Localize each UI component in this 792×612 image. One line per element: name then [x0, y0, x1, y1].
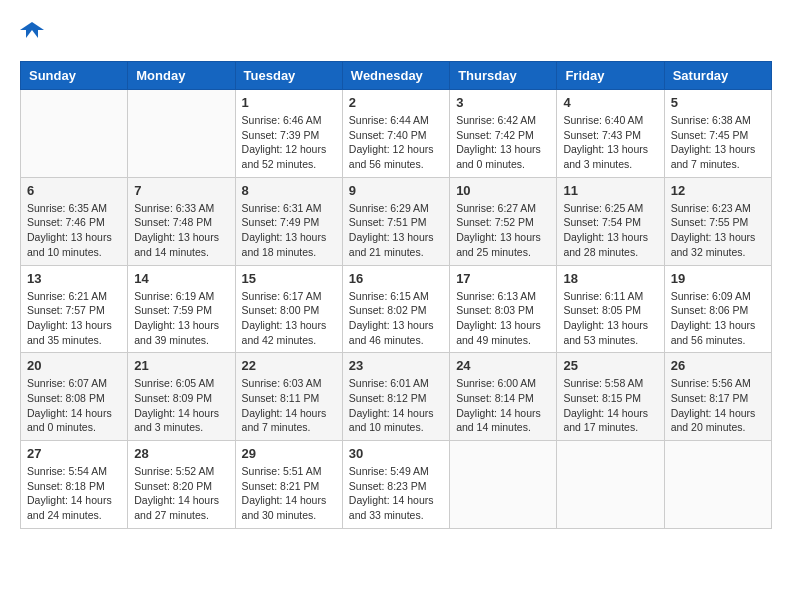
- day-info: Sunrise: 6:09 AM Sunset: 8:06 PM Dayligh…: [671, 289, 765, 348]
- calendar-cell: 7Sunrise: 6:33 AM Sunset: 7:48 PM Daylig…: [128, 177, 235, 265]
- calendar-week-row: 1Sunrise: 6:46 AM Sunset: 7:39 PM Daylig…: [21, 90, 772, 178]
- logo: [20, 20, 44, 45]
- day-info: Sunrise: 6:07 AM Sunset: 8:08 PM Dayligh…: [27, 376, 121, 435]
- day-info: Sunrise: 5:52 AM Sunset: 8:20 PM Dayligh…: [134, 464, 228, 523]
- calendar-cell: 15Sunrise: 6:17 AM Sunset: 8:00 PM Dayli…: [235, 265, 342, 353]
- weekday-header-wednesday: Wednesday: [342, 62, 449, 90]
- calendar-cell: [557, 441, 664, 529]
- day-number: 14: [134, 271, 228, 286]
- calendar-cell: 2Sunrise: 6:44 AM Sunset: 7:40 PM Daylig…: [342, 90, 449, 178]
- day-info: Sunrise: 5:51 AM Sunset: 8:21 PM Dayligh…: [242, 464, 336, 523]
- day-number: 12: [671, 183, 765, 198]
- day-info: Sunrise: 6:33 AM Sunset: 7:48 PM Dayligh…: [134, 201, 228, 260]
- calendar-cell: [21, 90, 128, 178]
- day-info: Sunrise: 6:15 AM Sunset: 8:02 PM Dayligh…: [349, 289, 443, 348]
- weekday-header-row: SundayMondayTuesdayWednesdayThursdayFrid…: [21, 62, 772, 90]
- calendar-cell: 4Sunrise: 6:40 AM Sunset: 7:43 PM Daylig…: [557, 90, 664, 178]
- calendar-cell: [450, 441, 557, 529]
- day-info: Sunrise: 6:01 AM Sunset: 8:12 PM Dayligh…: [349, 376, 443, 435]
- day-info: Sunrise: 6:38 AM Sunset: 7:45 PM Dayligh…: [671, 113, 765, 172]
- weekday-header-monday: Monday: [128, 62, 235, 90]
- day-info: Sunrise: 5:56 AM Sunset: 8:17 PM Dayligh…: [671, 376, 765, 435]
- calendar-cell: 10Sunrise: 6:27 AM Sunset: 7:52 PM Dayli…: [450, 177, 557, 265]
- calendar-cell: 19Sunrise: 6:09 AM Sunset: 8:06 PM Dayli…: [664, 265, 771, 353]
- day-info: Sunrise: 6:25 AM Sunset: 7:54 PM Dayligh…: [563, 201, 657, 260]
- logo-text: [20, 20, 44, 45]
- svg-marker-0: [20, 22, 44, 38]
- day-number: 15: [242, 271, 336, 286]
- calendar-cell: 14Sunrise: 6:19 AM Sunset: 7:59 PM Dayli…: [128, 265, 235, 353]
- day-number: 25: [563, 358, 657, 373]
- day-number: 5: [671, 95, 765, 110]
- day-info: Sunrise: 6:42 AM Sunset: 7:42 PM Dayligh…: [456, 113, 550, 172]
- weekday-header-friday: Friday: [557, 62, 664, 90]
- calendar-cell: 30Sunrise: 5:49 AM Sunset: 8:23 PM Dayli…: [342, 441, 449, 529]
- day-number: 24: [456, 358, 550, 373]
- day-number: 7: [134, 183, 228, 198]
- day-info: Sunrise: 6:29 AM Sunset: 7:51 PM Dayligh…: [349, 201, 443, 260]
- calendar-cell: 25Sunrise: 5:58 AM Sunset: 8:15 PM Dayli…: [557, 353, 664, 441]
- day-number: 3: [456, 95, 550, 110]
- day-info: Sunrise: 6:13 AM Sunset: 8:03 PM Dayligh…: [456, 289, 550, 348]
- calendar-cell: 29Sunrise: 5:51 AM Sunset: 8:21 PM Dayli…: [235, 441, 342, 529]
- day-number: 27: [27, 446, 121, 461]
- day-number: 18: [563, 271, 657, 286]
- calendar-cell: 16Sunrise: 6:15 AM Sunset: 8:02 PM Dayli…: [342, 265, 449, 353]
- calendar-cell: 18Sunrise: 6:11 AM Sunset: 8:05 PM Dayli…: [557, 265, 664, 353]
- calendar-cell: 17Sunrise: 6:13 AM Sunset: 8:03 PM Dayli…: [450, 265, 557, 353]
- calendar-week-row: 27Sunrise: 5:54 AM Sunset: 8:18 PM Dayli…: [21, 441, 772, 529]
- day-number: 21: [134, 358, 228, 373]
- day-number: 16: [349, 271, 443, 286]
- weekday-header-sunday: Sunday: [21, 62, 128, 90]
- calendar-cell: 3Sunrise: 6:42 AM Sunset: 7:42 PM Daylig…: [450, 90, 557, 178]
- day-info: Sunrise: 6:11 AM Sunset: 8:05 PM Dayligh…: [563, 289, 657, 348]
- day-number: 13: [27, 271, 121, 286]
- calendar-cell: 23Sunrise: 6:01 AM Sunset: 8:12 PM Dayli…: [342, 353, 449, 441]
- day-number: 23: [349, 358, 443, 373]
- calendar-cell: 9Sunrise: 6:29 AM Sunset: 7:51 PM Daylig…: [342, 177, 449, 265]
- day-info: Sunrise: 6:17 AM Sunset: 8:00 PM Dayligh…: [242, 289, 336, 348]
- page-header: [20, 20, 772, 45]
- logo-bird-icon: [20, 20, 44, 40]
- day-number: 19: [671, 271, 765, 286]
- day-number: 26: [671, 358, 765, 373]
- day-info: Sunrise: 6:31 AM Sunset: 7:49 PM Dayligh…: [242, 201, 336, 260]
- day-info: Sunrise: 6:23 AM Sunset: 7:55 PM Dayligh…: [671, 201, 765, 260]
- calendar-cell: 28Sunrise: 5:52 AM Sunset: 8:20 PM Dayli…: [128, 441, 235, 529]
- day-number: 8: [242, 183, 336, 198]
- day-number: 17: [456, 271, 550, 286]
- calendar-cell: 27Sunrise: 5:54 AM Sunset: 8:18 PM Dayli…: [21, 441, 128, 529]
- day-number: 1: [242, 95, 336, 110]
- day-info: Sunrise: 6:03 AM Sunset: 8:11 PM Dayligh…: [242, 376, 336, 435]
- day-number: 30: [349, 446, 443, 461]
- day-info: Sunrise: 6:40 AM Sunset: 7:43 PM Dayligh…: [563, 113, 657, 172]
- day-number: 22: [242, 358, 336, 373]
- day-number: 20: [27, 358, 121, 373]
- day-info: Sunrise: 5:54 AM Sunset: 8:18 PM Dayligh…: [27, 464, 121, 523]
- calendar-cell: 20Sunrise: 6:07 AM Sunset: 8:08 PM Dayli…: [21, 353, 128, 441]
- day-info: Sunrise: 6:46 AM Sunset: 7:39 PM Dayligh…: [242, 113, 336, 172]
- calendar-cell: 21Sunrise: 6:05 AM Sunset: 8:09 PM Dayli…: [128, 353, 235, 441]
- day-number: 4: [563, 95, 657, 110]
- calendar-week-row: 6Sunrise: 6:35 AM Sunset: 7:46 PM Daylig…: [21, 177, 772, 265]
- day-info: Sunrise: 5:49 AM Sunset: 8:23 PM Dayligh…: [349, 464, 443, 523]
- day-number: 2: [349, 95, 443, 110]
- calendar-cell: 12Sunrise: 6:23 AM Sunset: 7:55 PM Dayli…: [664, 177, 771, 265]
- day-info: Sunrise: 6:27 AM Sunset: 7:52 PM Dayligh…: [456, 201, 550, 260]
- calendar-week-row: 20Sunrise: 6:07 AM Sunset: 8:08 PM Dayli…: [21, 353, 772, 441]
- day-info: Sunrise: 5:58 AM Sunset: 8:15 PM Dayligh…: [563, 376, 657, 435]
- calendar-cell: 24Sunrise: 6:00 AM Sunset: 8:14 PM Dayli…: [450, 353, 557, 441]
- day-info: Sunrise: 6:35 AM Sunset: 7:46 PM Dayligh…: [27, 201, 121, 260]
- day-info: Sunrise: 6:05 AM Sunset: 8:09 PM Dayligh…: [134, 376, 228, 435]
- calendar-cell: 1Sunrise: 6:46 AM Sunset: 7:39 PM Daylig…: [235, 90, 342, 178]
- day-info: Sunrise: 6:44 AM Sunset: 7:40 PM Dayligh…: [349, 113, 443, 172]
- calendar-table: SundayMondayTuesdayWednesdayThursdayFrid…: [20, 61, 772, 529]
- day-number: 28: [134, 446, 228, 461]
- day-number: 11: [563, 183, 657, 198]
- calendar-cell: [664, 441, 771, 529]
- day-info: Sunrise: 6:21 AM Sunset: 7:57 PM Dayligh…: [27, 289, 121, 348]
- day-info: Sunrise: 6:19 AM Sunset: 7:59 PM Dayligh…: [134, 289, 228, 348]
- weekday-header-saturday: Saturday: [664, 62, 771, 90]
- day-number: 6: [27, 183, 121, 198]
- day-number: 10: [456, 183, 550, 198]
